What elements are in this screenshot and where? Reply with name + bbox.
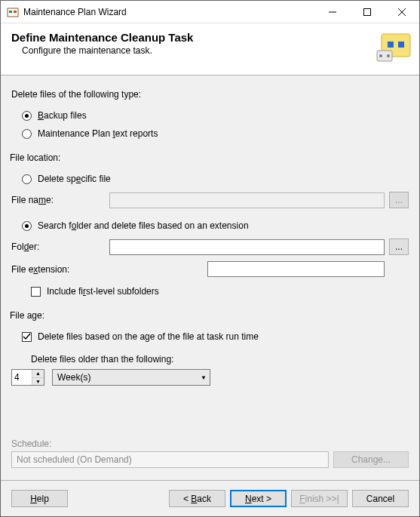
browse-folder-button[interactable]: ... (389, 238, 409, 255)
svg-point-11 (379, 54, 382, 57)
age-number-spinner[interactable]: ▲ ▼ (11, 369, 44, 386)
schedule-label: Schedule: (11, 439, 409, 449)
svg-rect-8 (388, 42, 394, 48)
extension-row: File extension: (11, 261, 409, 277)
radio-icon (22, 174, 32, 184)
chevron-down-icon: ▼ (201, 374, 207, 381)
age-number-input[interactable] (12, 370, 32, 385)
schedule-input (11, 451, 329, 468)
radio-label: Search folder and delete files based on … (38, 220, 249, 231)
filename-row: File name: ... (11, 192, 409, 208)
svg-point-12 (387, 54, 390, 57)
svg-line-5 (398, 8, 406, 16)
page-title: Define Maintenance Cleanup Task (11, 31, 376, 44)
checkbox-label: Include first-level subfolders (47, 286, 159, 297)
wizard-header: Define Maintenance Cleanup Task Configur… (1, 23, 419, 75)
wizard-footer: Help < Back Next > Finish >>| Cancel (1, 480, 419, 516)
age-unit-combo[interactable]: Week(s) ▼ (52, 369, 210, 386)
delete-type-label: Delete files of the following type: (11, 89, 409, 100)
extension-label: File extension: (11, 264, 207, 275)
svg-rect-9 (398, 42, 404, 48)
radio-label: Delete specific file (38, 174, 111, 184)
file-age-label: File age: (10, 310, 409, 321)
folder-label: Folder: (11, 242, 109, 252)
svg-line-6 (398, 8, 406, 16)
browse-file-button: ... (389, 192, 409, 208)
radio-delete-specific[interactable]: Delete specific file (22, 174, 409, 184)
radio-icon (22, 221, 32, 231)
folder-input[interactable] (109, 239, 385, 255)
close-button[interactable] (385, 1, 419, 23)
app-icon (7, 6, 19, 18)
folder-row: Folder: ... (11, 238, 409, 255)
combo-value: Week(s) (57, 372, 201, 383)
older-than-label: Delete files older than the following: (31, 354, 409, 365)
checkbox-label: Delete files based on the age of the fil… (38, 331, 259, 342)
radio-search-folder[interactable]: Search folder and delete files based on … (22, 220, 409, 231)
svg-rect-2 (14, 11, 17, 13)
delete-by-age-checkbox[interactable]: Delete files based on the age of the fil… (22, 331, 409, 342)
minimize-button[interactable] (315, 1, 350, 23)
filename-label: File name: (11, 195, 109, 205)
schedule-section: Schedule: Change... (11, 439, 409, 480)
age-controls: ▲ ▼ Week(s) ▼ (11, 369, 409, 386)
spinner-up[interactable]: ▲ (32, 370, 44, 378)
svg-rect-4 (364, 8, 371, 15)
file-location-label: File location: (10, 152, 409, 163)
radio-icon (22, 111, 32, 121)
extension-input[interactable] (207, 261, 385, 277)
checkbox-icon (22, 332, 32, 342)
page-subtitle: Configure the maintenance task. (22, 45, 376, 56)
checkbox-icon (31, 287, 41, 297)
spinner-down[interactable]: ▼ (32, 378, 44, 386)
filename-input (109, 192, 385, 208)
change-schedule-button: Change... (333, 451, 409, 468)
content-area: Delete files of the following type: Back… (1, 75, 419, 480)
radio-text-reports[interactable]: Maintenance Plan text reports (22, 128, 409, 139)
maximize-button[interactable] (350, 1, 385, 23)
cancel-button[interactable]: Cancel (352, 490, 409, 507)
svg-rect-1 (9, 11, 12, 13)
radio-label: Backup files (38, 110, 87, 121)
title-bar: Maintenance Plan Wizard (1, 1, 419, 23)
radio-icon (22, 129, 32, 139)
window-controls (315, 1, 419, 23)
window-title: Maintenance Plan Wizard (23, 7, 315, 17)
next-button[interactable]: Next > (230, 490, 287, 507)
radio-label: Maintenance Plan text reports (38, 128, 158, 139)
radio-backup-files[interactable]: Backup files (22, 110, 409, 121)
finish-button: Finish >>| (291, 490, 348, 507)
wizard-logo-icon (376, 29, 412, 66)
include-subfolders-checkbox[interactable]: Include first-level subfolders (31, 286, 409, 297)
help-button[interactable]: Help (11, 490, 68, 507)
back-button[interactable]: < Back (169, 490, 225, 507)
